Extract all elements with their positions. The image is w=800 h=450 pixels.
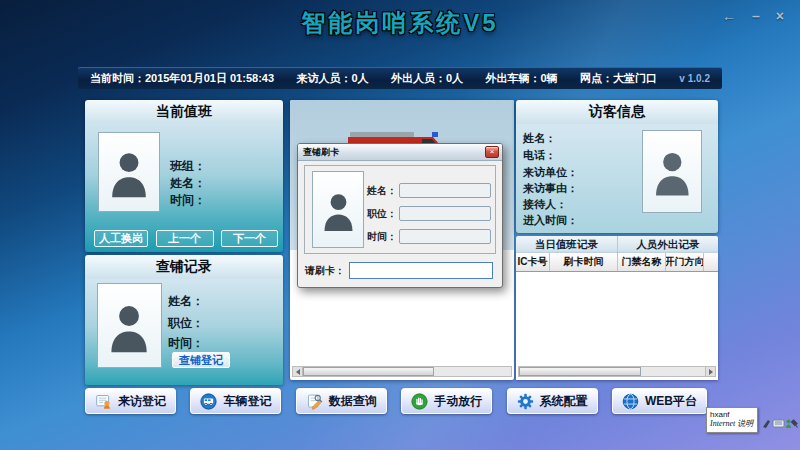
col-door-name: 门禁名称 bbox=[618, 253, 666, 271]
vehicle-register-icon bbox=[200, 393, 217, 410]
visitor-field-name: 姓名： bbox=[523, 131, 556, 146]
records-tabs: 当日值班记录 人员外出记录 bbox=[516, 236, 718, 253]
ime-person-icon bbox=[787, 420, 791, 424]
dialog-titlebar[interactable]: 查铺刷卡 bbox=[298, 144, 502, 161]
vehicle-register-button[interactable]: 车辆登记 bbox=[190, 388, 281, 414]
current-duty-panel: 当前值班 班组： 姓名： 时间： 人工换岗 上一个 下一个 bbox=[85, 100, 283, 252]
ime-pen-icon bbox=[763, 420, 770, 428]
swipe-card-input[interactable] bbox=[349, 262, 493, 279]
status-bar: 当前时间：2015年01月01日 01:58:43 来访人员：0人 外出人员：0… bbox=[78, 67, 722, 89]
next-button[interactable]: 下一个 bbox=[221, 230, 278, 247]
dialog-row-time: 时间： bbox=[367, 229, 491, 244]
dialog-row-position: 职位： bbox=[367, 206, 491, 221]
dialog-content-box: 姓名： 职位： 时间： bbox=[304, 165, 496, 254]
duty-field-name: 姓名： bbox=[170, 175, 206, 192]
dialog-position-input[interactable] bbox=[399, 206, 491, 221]
person-silhouette-icon bbox=[652, 142, 693, 200]
dialog-row-name: 姓名： bbox=[367, 183, 491, 198]
person-silhouette-icon bbox=[108, 144, 150, 200]
col-door-direction: 开门方向 bbox=[666, 253, 704, 271]
window-controls: ← – × bbox=[722, 8, 784, 24]
close-icon[interactable]: × bbox=[776, 8, 784, 24]
tab-personnel-out-records[interactable]: 人员外出记录 bbox=[617, 236, 719, 253]
bed-check-photo-placeholder bbox=[97, 283, 162, 368]
back-icon[interactable]: ← bbox=[722, 8, 736, 24]
visitor-register-button[interactable]: 来访登记 bbox=[85, 388, 176, 414]
table-horizontal-scrollbar[interactable] bbox=[518, 366, 716, 377]
swipe-card-label: 请刷卡： bbox=[305, 264, 345, 278]
person-silhouette-icon bbox=[321, 183, 356, 237]
previous-button[interactable]: 上一个 bbox=[156, 230, 214, 247]
col-ic-card: IC卡号 bbox=[516, 253, 550, 271]
web-platform-icon bbox=[622, 393, 639, 410]
duty-buttons-row: 人工换岗 上一个 下一个 bbox=[94, 230, 278, 247]
dialog-close-icon[interactable]: × bbox=[485, 146, 499, 158]
bed-field-name: 姓名： bbox=[168, 293, 204, 310]
status-site: 网点：大堂门口 bbox=[580, 71, 657, 86]
version-label: v 1.0.2 bbox=[679, 73, 710, 84]
col-extra bbox=[704, 253, 718, 271]
manual-release-icon bbox=[411, 393, 428, 410]
records-table-header: IC卡号 刷卡时间 门禁名称 开门方向 bbox=[516, 253, 718, 272]
bed-check-register-button[interactable]: 查铺登记 bbox=[172, 352, 230, 368]
dialog-time-input[interactable] bbox=[399, 229, 491, 244]
duty-photo-placeholder bbox=[98, 132, 160, 212]
page-title: 智能岗哨系统V5 bbox=[0, 7, 800, 39]
web-platform-button[interactable]: WEB平台 bbox=[612, 388, 707, 414]
ime-toolbar[interactable] bbox=[762, 417, 798, 429]
bed-check-swipe-dialog: 查铺刷卡 × 姓名： 职位： 时间： 请刷卡： bbox=[297, 143, 503, 288]
swipe-card-row: 请刷卡： bbox=[305, 262, 493, 279]
visitor-field-host: 接待人： bbox=[523, 197, 567, 212]
ime-tooltip-line2: Internet 说明 bbox=[710, 419, 754, 429]
data-query-icon bbox=[306, 393, 323, 410]
scroll-left-icon[interactable] bbox=[293, 367, 303, 376]
bed-field-position: 职位： bbox=[168, 315, 204, 332]
bed-check-title: 查铺记录 bbox=[85, 255, 283, 279]
status-current-time: 当前时间：2015年01月01日 01:58:43 bbox=[90, 71, 274, 86]
visitor-field-entry-time: 进入时间： bbox=[523, 213, 578, 228]
bed-field-time: 时间： bbox=[168, 335, 204, 352]
visitor-info-title: 访客信息 bbox=[516, 100, 718, 124]
status-out-vehicles: 外出车辆：0辆 bbox=[485, 71, 557, 86]
dialog-photo-placeholder bbox=[312, 171, 364, 248]
status-visitor-count: 来访人员：0人 bbox=[296, 71, 368, 86]
ime-tooltip-line1: hxanf bbox=[710, 410, 754, 419]
bottom-toolbar: 来访登记 车辆登记 数据查询 手动放行 系统配置 WEB平台 bbox=[85, 388, 707, 414]
manual-shift-button[interactable]: 人工换岗 bbox=[94, 230, 148, 247]
visitor-field-reason: 来访事由： bbox=[523, 181, 578, 196]
visitor-info-panel: 访客信息 姓名： 电话： 来访单位： 来访事由： 接待人： 进入时间： bbox=[516, 100, 718, 233]
duty-field-time: 时间： bbox=[170, 192, 206, 209]
system-config-icon bbox=[517, 393, 534, 410]
current-duty-body: 班组： 姓名： 时间： 人工换岗 上一个 下一个 bbox=[85, 124, 283, 252]
person-silhouette-icon bbox=[107, 296, 151, 356]
status-out-personnel: 外出人员：0人 bbox=[391, 71, 463, 86]
scroll-right-icon[interactable] bbox=[705, 367, 715, 376]
records-table: IC卡号 刷卡时间 门禁名称 开门方向 bbox=[516, 253, 718, 380]
minimize-icon[interactable]: – bbox=[752, 8, 760, 24]
scrollbar-thumb[interactable] bbox=[303, 367, 434, 376]
duty-field-team: 班组： bbox=[170, 158, 206, 175]
system-config-button[interactable]: 系统配置 bbox=[507, 388, 598, 414]
visitor-field-company: 来访单位： bbox=[523, 165, 578, 180]
visitor-info-body: 姓名： 电话： 来访单位： 来访事由： 接待人： 进入时间： bbox=[516, 124, 718, 233]
tab-today-duty-records[interactable]: 当日值班记录 bbox=[516, 236, 617, 253]
bed-check-panel: 查铺记录 姓名： 职位： 时间： 查铺登记 bbox=[85, 255, 283, 385]
camera-horizontal-scrollbar[interactable] bbox=[292, 366, 512, 377]
visitor-photo-placeholder bbox=[642, 130, 702, 213]
dialog-name-input[interactable] bbox=[399, 183, 491, 198]
scrollbar-thumb[interactable] bbox=[519, 367, 641, 376]
manual-release-button[interactable]: 手动放行 bbox=[401, 388, 492, 414]
visitor-register-icon bbox=[95, 393, 112, 410]
visitor-field-phone: 电话： bbox=[523, 148, 556, 163]
ime-keyboard-icon bbox=[773, 420, 784, 427]
data-query-button[interactable]: 数据查询 bbox=[296, 388, 387, 414]
col-swipe-time: 刷卡时间 bbox=[550, 253, 618, 271]
current-duty-title: 当前值班 bbox=[85, 100, 283, 124]
ime-tooltip: hxanf Internet 说明 bbox=[706, 407, 758, 433]
ime-wrench-icon bbox=[792, 420, 798, 428]
bed-check-body: 姓名： 职位： 时间： 查铺登记 bbox=[85, 279, 283, 385]
